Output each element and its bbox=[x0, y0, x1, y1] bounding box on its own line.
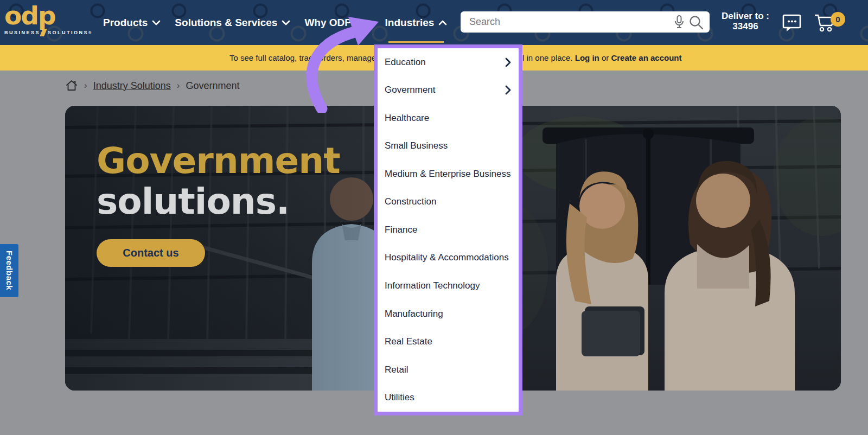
menu-item-label: Hospitality & Accommodations bbox=[385, 252, 511, 263]
log-in-link[interactable]: Log in bbox=[575, 53, 599, 62]
hero-title: Government solutions. bbox=[97, 140, 340, 222]
menu-item-label: Utilities bbox=[385, 392, 511, 403]
menu-item-label: Education bbox=[385, 57, 505, 68]
banner-text-right: l in one place. Log in or Create an acco… bbox=[522, 45, 681, 71]
menu-item-label: Retail bbox=[385, 364, 511, 375]
odp-logo-text: odp bbox=[4, 3, 97, 28]
chevron-right-icon bbox=[505, 57, 511, 67]
nav-item-solutions-services[interactable]: Solutions & Services bbox=[175, 0, 290, 45]
chevron-right-icon bbox=[505, 85, 511, 95]
search-bar bbox=[461, 11, 710, 33]
menu-item-healthcare[interactable]: Healthcare bbox=[378, 104, 519, 132]
create-account-link[interactable]: Create an account bbox=[611, 53, 681, 62]
chat-icon bbox=[782, 14, 802, 33]
odp-logo[interactable]: odp BUSINESS SOLUTIONS ® bbox=[4, 3, 97, 41]
search-input[interactable] bbox=[469, 16, 674, 28]
breadcrumb-government: Government bbox=[186, 80, 239, 92]
menu-item-label: Healthcare bbox=[385, 113, 511, 124]
chevron-down-icon bbox=[362, 20, 371, 25]
banner-or-text: or bbox=[602, 53, 609, 62]
logo-registered-mark: ® bbox=[88, 31, 91, 35]
chevron-down-icon bbox=[152, 20, 161, 25]
chevron-down-icon bbox=[282, 20, 290, 25]
menu-item-label: Information Technology bbox=[385, 280, 511, 291]
nav-label: Industries bbox=[385, 17, 435, 29]
banner-text-left: To see full catalog, track orders, manag… bbox=[229, 45, 376, 71]
top-nav-bar: odp BUSINESS SOLUTIONS ® Products Soluti… bbox=[0, 0, 868, 45]
menu-item-education[interactable]: Education bbox=[378, 48, 519, 76]
menu-item-government[interactable]: Government bbox=[378, 76, 519, 105]
menu-item-label: Small Business bbox=[385, 140, 511, 151]
logo-sub-left: BUSINESS bbox=[4, 30, 40, 35]
menu-item-small-business[interactable]: Small Business bbox=[378, 132, 519, 161]
home-icon[interactable] bbox=[65, 79, 78, 92]
menu-item-manufacturing[interactable]: Manufacturing bbox=[378, 300, 519, 328]
breadcrumb: › Industry Solutions › Government bbox=[65, 79, 239, 92]
deliver-to-selector[interactable]: Deliver to : 33496 bbox=[715, 11, 776, 31]
menu-item-label: Government bbox=[385, 85, 505, 95]
nav-item-products[interactable]: Products bbox=[103, 0, 161, 45]
menu-item-label: Real Estate bbox=[385, 336, 511, 347]
menu-item-label: Finance bbox=[385, 225, 511, 235]
menu-item-label: Manufacturing bbox=[385, 309, 511, 319]
primary-nav: Products Solutions & Services Why ODP? I… bbox=[103, 0, 447, 45]
cart-count-badge: 0 bbox=[831, 12, 845, 27]
menu-item-hospitality-accommodations[interactable]: Hospitality & Accommodations bbox=[378, 244, 519, 272]
menu-item-label: Medium & Enterprise Business bbox=[385, 169, 511, 180]
breadcrumb-separator: › bbox=[177, 80, 180, 91]
menu-item-information-technology[interactable]: Information Technology bbox=[378, 272, 519, 300]
feedback-tab[interactable]: Feedback bbox=[0, 244, 18, 297]
banner-text-fragment: l in one place. bbox=[522, 53, 573, 62]
menu-item-medium-enterprise-business[interactable]: Medium & Enterprise Business bbox=[378, 160, 519, 188]
chat-button[interactable] bbox=[782, 14, 802, 32]
menu-item-utilities[interactable]: Utilities bbox=[378, 383, 519, 412]
hero-title-line1: Government bbox=[97, 140, 340, 181]
deliver-to-zip: 33496 bbox=[715, 21, 776, 31]
cart-button[interactable]: 0 bbox=[814, 12, 845, 34]
logo-sub-right: SOLUTIONS bbox=[48, 30, 88, 35]
breadcrumb-separator: › bbox=[84, 80, 87, 91]
menu-item-construction[interactable]: Construction bbox=[378, 188, 519, 216]
menu-item-label: Construction bbox=[385, 196, 511, 207]
microphone-icon[interactable] bbox=[674, 15, 685, 30]
nav-label: Why ODP? bbox=[304, 17, 358, 29]
odp-logo-subtitle: BUSINESS SOLUTIONS ® bbox=[4, 29, 97, 36]
nav-item-why-odp[interactable]: Why ODP? bbox=[304, 0, 371, 45]
chevron-up-icon bbox=[438, 20, 447, 25]
nav-item-industries[interactable]: Industries bbox=[385, 0, 448, 45]
menu-item-real-estate[interactable]: Real Estate bbox=[378, 328, 519, 356]
deliver-to-label: Deliver to : bbox=[715, 11, 776, 21]
nav-label: Solutions & Services bbox=[175, 17, 277, 29]
hero-title-line2: solutions. bbox=[97, 181, 340, 222]
menu-item-finance[interactable]: Finance bbox=[378, 216, 519, 244]
breadcrumb-industry-solutions[interactable]: Industry Solutions bbox=[93, 80, 171, 92]
nav-label: Products bbox=[103, 17, 148, 29]
search-icon[interactable] bbox=[688, 14, 704, 30]
menu-item-retail[interactable]: Retail bbox=[378, 356, 519, 384]
industries-menu: EducationGovernmentHealthcareSmall Busin… bbox=[374, 44, 522, 415]
contact-us-button[interactable]: Contact us bbox=[97, 239, 205, 267]
